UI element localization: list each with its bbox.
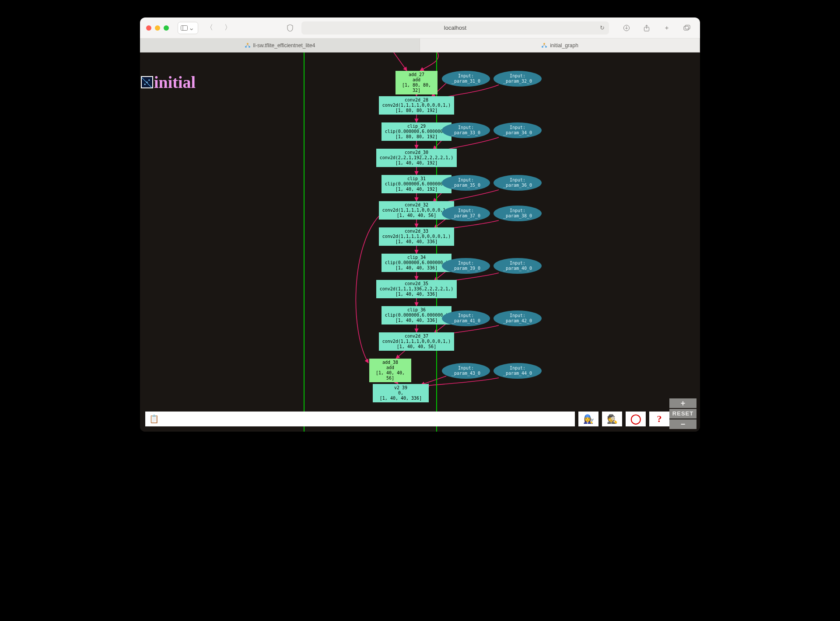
zoom-controls: + RESET − — [669, 398, 696, 429]
tab-overview-icon[interactable] — [680, 22, 694, 34]
detective-icon: 🕵️ — [607, 414, 618, 424]
graph-canvas[interactable]: add_27add[1, 80, 80, 32]conv2d_28conv2d(… — [140, 52, 700, 432]
param-node-p35[interactable]: Input:_param_35_0 — [442, 175, 490, 191]
svg-rect-4 — [684, 26, 689, 30]
share-icon[interactable] — [640, 22, 654, 34]
command-input[interactable] — [163, 412, 575, 426]
refresh-icon[interactable]: ↻ — [600, 24, 605, 31]
param-node-p37[interactable]: Input:_param_37_0 — [442, 206, 490, 221]
graph-node-conv2d_35[interactable]: conv2d_35conv2d(1,1,1,336,2,2,2,2,1,)[1,… — [376, 280, 457, 298]
graph-node-clip_34[interactable]: clip_34clip(0.000000,6.000000,)[1, 40, 4… — [382, 254, 452, 272]
new-tab-icon[interactable]: ＋ — [660, 22, 674, 34]
node-text: _param_35_0 — [452, 183, 480, 188]
close-icon[interactable] — [146, 25, 151, 31]
node-text: conv2d(1,1,1,1,0,0,0,0,1,) — [382, 208, 452, 213]
node-text: _param_41_0 — [452, 318, 480, 324]
graph-node-conv2d_37[interactable]: conv2d_37conv2d(1,1,1,1,0,0,0,0,1,)[1, 4… — [379, 332, 454, 351]
window-traffic-lights[interactable] — [146, 25, 169, 31]
node-text: [1, 40, 40, 192] — [384, 187, 449, 192]
graph-node-conv2d_28[interactable]: conv2d_28conv2d(1,1,1,1,0,0,0,0,1,)[1, 8… — [379, 96, 454, 115]
node-text: Input: — [458, 366, 474, 371]
node-text: Input: — [510, 125, 525, 130]
node-text: [1, 40, 40, 336] — [382, 239, 452, 244]
svg-point-7 — [245, 46, 247, 48]
node-text: Input: — [510, 261, 525, 266]
node-text: [1, 40, 40, 56] — [382, 213, 452, 218]
graph-node-add_27[interactable]: add_27add[1, 80, 80, 32] — [396, 71, 438, 94]
graph-node-conv2d_30[interactable]: conv2d_30conv2d(2,2,1,192,2,2,2,2,1,)[1,… — [376, 149, 457, 167]
node-text: conv2d_37 — [382, 334, 452, 339]
notes-icon: 📋 — [149, 414, 159, 424]
node-text: Input: — [458, 208, 474, 213]
tab-0[interactable]: ll-sw.tflite_efficientnet_lite4 — [140, 38, 420, 52]
node-text: _param_40_0 — [503, 266, 532, 271]
node-text: _param_38_0 — [503, 213, 532, 219]
graph-edge — [420, 52, 438, 71]
cluster-divider — [304, 52, 304, 432]
node-text: [1, 40, 40, 336] — [384, 265, 449, 271]
address-bar[interactable]: localhost ↻ — [301, 21, 609, 35]
param-node-p32[interactable]: Input:_param_32_0 — [494, 71, 542, 87]
param-node-p31[interactable]: Input:_param_31_0 — [442, 71, 490, 87]
graph-node-clip_29[interactable]: clip_29clip(0.000000,6.000000,)[1, 80, 8… — [382, 122, 452, 141]
node-text: Input: — [458, 73, 474, 79]
app-viewport[interactable]: initial add_27add[1, 80, 80, 32]conv2d_2… — [140, 52, 700, 432]
node-text: add — [398, 77, 435, 83]
param-node-p39[interactable]: Input:_param_39_0 — [442, 258, 490, 274]
node-text: _param_44_0 — [503, 371, 532, 376]
svg-point-6 — [247, 43, 248, 45]
node-text: Input: — [510, 178, 525, 183]
downloads-icon[interactable] — [620, 22, 634, 34]
notes-button[interactable]: 📋 — [145, 412, 163, 426]
param-node-p43[interactable]: Input:_param_43_0 — [442, 363, 490, 379]
forward-button[interactable]: 〉 — [221, 22, 235, 34]
node-text: clip_36 — [384, 307, 449, 313]
maximize-icon[interactable] — [164, 25, 169, 31]
graph-node-conv2d_39[interactable]: v2 39 0,[1, 40, 40, 336] — [373, 384, 429, 402]
tab-1[interactable]: initial_graph — [420, 38, 700, 52]
node-text: [1, 80, 80, 192] — [384, 134, 449, 140]
privacy-shield-icon[interactable] — [283, 22, 297, 34]
person-icon: 👩‍🔧 — [583, 414, 594, 424]
node-text: [1, 40, 40, 56] — [372, 370, 409, 381]
param-node-p33[interactable]: Input:_param_33_0 — [442, 122, 490, 138]
help-button[interactable]: ? — [649, 412, 669, 426]
svg-point-10 — [542, 46, 543, 48]
node-text: clip_34 — [384, 255, 449, 260]
param-node-p36[interactable]: Input:_param_36_0 — [494, 175, 542, 191]
node-text: Input: — [510, 73, 525, 79]
back-button[interactable]: 〈 — [203, 22, 217, 34]
node-text: v2 39 — [375, 385, 426, 391]
agent1-button[interactable]: 👩‍🔧 — [578, 412, 598, 426]
node-text: Input: — [458, 178, 474, 183]
zoom-out-button[interactable]: − — [669, 419, 696, 429]
param-node-p40[interactable]: Input:_param_40_0 — [494, 258, 542, 274]
minimize-icon[interactable] — [155, 25, 160, 31]
node-text: Input: — [458, 261, 474, 266]
node-text: Input: — [510, 366, 525, 371]
zoom-reset-button[interactable]: RESET — [669, 409, 696, 419]
node-text: _param_42_0 — [503, 318, 532, 324]
zoom-in-button[interactable]: + — [669, 398, 696, 408]
graph-node-clip_36[interactable]: clip_36clip(0.000000,6.000000,)[1, 40, 4… — [382, 306, 452, 324]
param-node-p34[interactable]: Input:_param_34_0 — [494, 122, 542, 138]
node-text: _param_37_0 — [452, 213, 480, 219]
tab-label: ll-sw.tflite_efficientnet_lite4 — [253, 42, 315, 49]
graph-edge — [394, 52, 407, 71]
node-text: conv2d_30 — [379, 150, 454, 155]
param-node-p38[interactable]: Input:_param_38_0 — [494, 206, 542, 221]
sidebar-toggle-button[interactable]: ⌄ — [178, 22, 198, 34]
node-text: conv2d(1,1,1,336,2,2,2,2,1,) — [379, 286, 454, 292]
graph-node-conv2d_33[interactable]: conv2d_33conv2d(1,1,1,1,0,0,0,0,1,)[1, 4… — [379, 227, 454, 246]
record-button[interactable]: ◯ — [626, 412, 646, 426]
graph-node-clip_31[interactable]: clip_31clip(0.000000,6.000000,)[1, 40, 4… — [382, 175, 452, 193]
param-node-p44[interactable]: Input:_param_44_0 — [494, 363, 542, 379]
graph-node-add_38[interactable]: add_38add[1, 40, 40, 56] — [369, 359, 411, 382]
param-node-p41[interactable]: Input:_param_41_0 — [442, 310, 490, 326]
node-text: [1, 80, 80, 192] — [382, 108, 452, 113]
node-text: [1, 40, 40, 336] — [379, 292, 454, 297]
param-node-p42[interactable]: Input:_param_42_0 — [494, 310, 542, 326]
agent2-button[interactable]: 🕵️ — [602, 412, 622, 426]
node-text: Input: — [510, 313, 525, 318]
node-text: add_27 — [398, 72, 435, 77]
